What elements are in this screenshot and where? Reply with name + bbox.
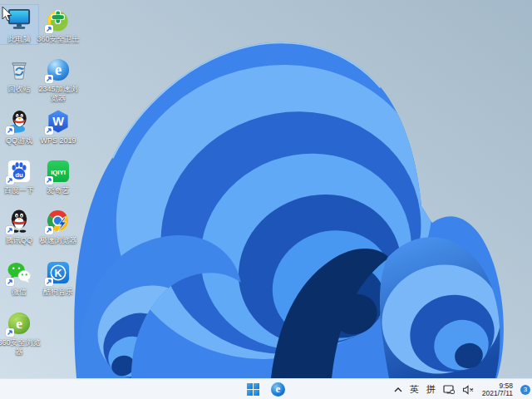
icon-label: 360安全卫士: [35, 35, 81, 44]
wps-2019-icon: W: [45, 108, 71, 135]
ime-pinyin-indicator[interactable]: 拼: [426, 383, 436, 396]
svg-text:e: e: [55, 62, 62, 78]
icon-label: WPS 2019: [35, 136, 81, 145]
shortcut-arrow-overlay: [6, 328, 14, 337]
shortcut-arrow-overlay: [45, 278, 53, 286]
desktop-icon-iqiyi[interactable]: iQIYI爱奇艺: [39, 156, 77, 195]
network-icon[interactable]: [443, 385, 455, 395]
desktop-icon-qq-games[interactable]: QQ游戏: [0, 106, 38, 145]
desktop-icon-wechat[interactable]: 微信: [0, 258, 38, 297]
browser-360-icon: e: [6, 310, 32, 337]
wechat-icon: [6, 259, 32, 286]
desktop-icon-wps-2019[interactable]: WWPS 2019: [39, 106, 77, 145]
volume-muted-icon[interactable]: [462, 385, 475, 395]
shortcut-arrow-overlay: [45, 126, 53, 135]
shortcut-arrow-overlay: [45, 75, 53, 83]
svg-text:W: W: [52, 115, 64, 128]
icon-label: 酷狗音乐: [35, 288, 81, 297]
desktop-icon-browser-2345[interactable]: e2345加速浏览器: [39, 55, 77, 102]
browser-2345-icon: e: [45, 57, 71, 83]
tray-date: 2021/7/11: [482, 390, 513, 398]
desktop-icon-kugou-music[interactable]: K酷狗音乐: [39, 258, 77, 297]
safety-360-icon: [45, 7, 71, 33]
icon-label: 2345加速浏览器: [35, 85, 81, 102]
speed-browser-icon: [45, 208, 71, 234]
baidu-icon: du: [6, 158, 32, 185]
recycle-bin-icon: [6, 57, 32, 83]
desktop: 此电脑360安全卫士回收站e2345加速浏览器QQ游戏WWPS 2019du百度…: [0, 0, 532, 378]
mouse-cursor: [2, 6, 13, 22]
desktop-icon-baidu[interactable]: du百度一下: [0, 156, 38, 195]
edge-browser-button[interactable]: e: [271, 382, 285, 397]
tray-expand-chevron[interactable]: [394, 387, 402, 392]
start-button[interactable]: [247, 383, 259, 396]
desktop-icon-tencent-qq[interactable]: 腾讯QQ: [0, 206, 38, 245]
svg-text:K: K: [54, 268, 62, 279]
qq-games-icon: [6, 108, 32, 135]
shortcut-arrow-overlay: [6, 176, 14, 185]
shortcut-arrow-overlay: [45, 226, 53, 234]
desktop-icon-safety-360[interactable]: 360安全卫士: [39, 5, 77, 44]
desktop-icon-recycle-bin[interactable]: 回收站: [0, 55, 38, 94]
svg-text:du: du: [15, 171, 23, 179]
kugou-music-icon: K: [45, 259, 71, 286]
ime-english-indicator[interactable]: 英: [410, 383, 419, 396]
shortcut-arrow-overlay: [6, 278, 14, 286]
notification-badge[interactable]: 3: [520, 385, 530, 395]
tencent-qq-icon: [6, 208, 32, 234]
svg-text:iQIYI: iQIYI: [51, 169, 66, 176]
svg-text:e: e: [16, 315, 22, 332]
shortcut-arrow-overlay: [45, 176, 53, 185]
shortcut-arrow-overlay: [6, 126, 14, 135]
clock[interactable]: 9:58 2021/7/11: [482, 382, 513, 398]
shortcut-arrow-overlay: [45, 25, 53, 33]
taskbar: e 英 拼 9:58 2021/7/11 3: [0, 378, 532, 399]
icon-label: 爱奇艺: [35, 186, 81, 195]
shortcut-arrow-overlay: [6, 226, 14, 234]
iqiyi-icon: iQIYI: [45, 158, 71, 185]
icon-label: 极速浏览器: [35, 236, 81, 245]
desktop-icon-speed-browser[interactable]: 极速浏览器: [39, 206, 77, 245]
desktop-icon-browser-360[interactable]: e360安全浏览器: [0, 308, 38, 356]
icon-label: 360安全浏览器: [0, 338, 42, 356]
